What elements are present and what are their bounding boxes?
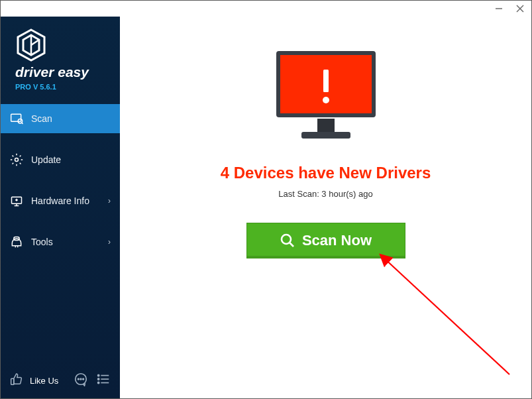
sidebar-item-scan[interactable]: Scan — [1, 104, 120, 133]
chevron-right-icon: › — [108, 196, 111, 205]
svg-point-24 — [98, 382, 99, 383]
brand-name: driver easy — [15, 64, 120, 80]
tools-icon — [10, 235, 23, 249]
annotation-arrow-icon — [344, 242, 516, 381]
svg-point-32 — [282, 235, 291, 244]
svg-rect-28 — [317, 119, 335, 132]
close-button[interactable] — [515, 4, 525, 13]
nav-list: Scan Update Hardware Info › — [1, 104, 120, 268]
status-headline: 4 Devices have New Drivers — [221, 164, 431, 182]
last-scan-text: Last Scan: 3 hour(s) ago — [278, 189, 372, 199]
main-panel: 4 Devices have New Drivers Last Scan: 3 … — [120, 17, 531, 398]
sidebar-item-hardware[interactable]: Hardware Info › — [1, 186, 120, 215]
svg-rect-29 — [301, 132, 350, 139]
app-body: driver easy PRO V 5.6.1 Scan Update — [1, 17, 531, 398]
sidebar-footer: Like Us — [1, 364, 120, 398]
like-label: Like Us — [30, 376, 58, 386]
search-icon — [280, 233, 295, 249]
svg-line-35 — [382, 256, 509, 374]
sidebar-item-label: Tools — [31, 237, 53, 247]
alert-monitor-graphic — [270, 47, 382, 149]
svg-point-18 — [80, 378, 81, 380]
update-icon — [10, 153, 23, 166]
sidebar-item-label: Update — [31, 154, 61, 165]
sidebar: driver easy PRO V 5.6.1 Scan Update — [1, 17, 120, 398]
brand-block: driver easy PRO V 5.6.1 — [1, 17, 120, 96]
svg-line-33 — [290, 243, 293, 247]
svg-rect-5 — [11, 114, 21, 121]
scan-button-label: Scan Now — [302, 232, 372, 249]
svg-point-8 — [15, 158, 19, 162]
brand-subtitle: PRO V 5.6.1 — [15, 83, 120, 91]
like-button[interactable] — [10, 372, 23, 388]
chevron-right-icon: › — [108, 237, 111, 247]
svg-rect-15 — [11, 378, 14, 384]
svg-point-22 — [98, 378, 99, 380]
brand-logo-icon — [15, 28, 47, 62]
minimize-icon — [495, 5, 503, 13]
title-bar — [1, 1, 531, 17]
sidebar-item-tools[interactable]: Tools › — [1, 227, 120, 256]
app-window: driver easy PRO V 5.6.1 Scan Update — [0, 0, 532, 399]
scan-now-button[interactable]: Scan Now — [246, 223, 405, 258]
svg-point-17 — [78, 378, 80, 380]
menu-button[interactable] — [96, 372, 111, 389]
close-icon — [516, 5, 524, 13]
svg-point-19 — [83, 378, 84, 380]
feedback-button[interactable] — [74, 372, 88, 389]
sidebar-item-label: Scan — [31, 113, 52, 124]
scan-icon — [10, 112, 23, 125]
minimize-button[interactable] — [494, 4, 504, 13]
sidebar-item-update[interactable]: Update — [1, 145, 120, 174]
monitor-icon — [270, 47, 382, 146]
svg-rect-30 — [323, 70, 329, 92]
svg-point-20 — [98, 374, 99, 376]
hardware-icon — [10, 194, 23, 207]
svg-line-7 — [22, 123, 23, 124]
svg-point-31 — [323, 97, 329, 103]
sidebar-item-label: Hardware Info — [31, 196, 89, 206]
